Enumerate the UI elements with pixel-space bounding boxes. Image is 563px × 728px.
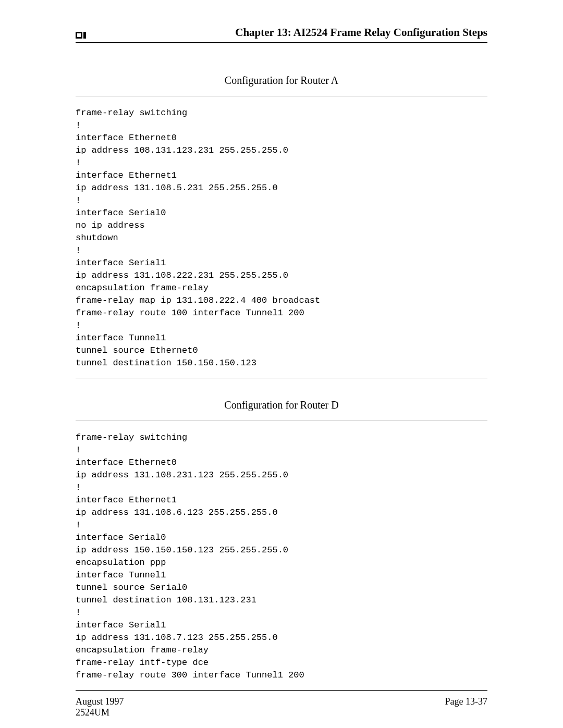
chapter-title: Chapter 13: AI2524 Frame Relay Configura… (235, 26, 487, 39)
page-footer: August 1997 2524UM Page 13-37 (76, 690, 487, 718)
page-content: Configuration for Router A frame-relay s… (76, 75, 487, 690)
section-title-router-a: Configuration for Router A (76, 75, 487, 87)
footer-doc-id: 2524UM (76, 707, 124, 718)
config-code-router-a: frame-relay switching ! interface Ethern… (76, 107, 487, 369)
brand-logo-icon (76, 31, 86, 39)
divider (76, 421, 487, 421)
page-header: Chapter 13: AI2524 Frame Relay Configura… (76, 26, 487, 43)
footer-page-number: Page 13-37 (445, 696, 487, 718)
config-code-router-d: frame-relay switching ! interface Ethern… (76, 431, 487, 682)
footer-date: August 1997 (76, 696, 124, 707)
divider (76, 96, 487, 96)
divider (76, 378, 487, 378)
section-title-router-d: Configuration for Router D (76, 399, 487, 411)
